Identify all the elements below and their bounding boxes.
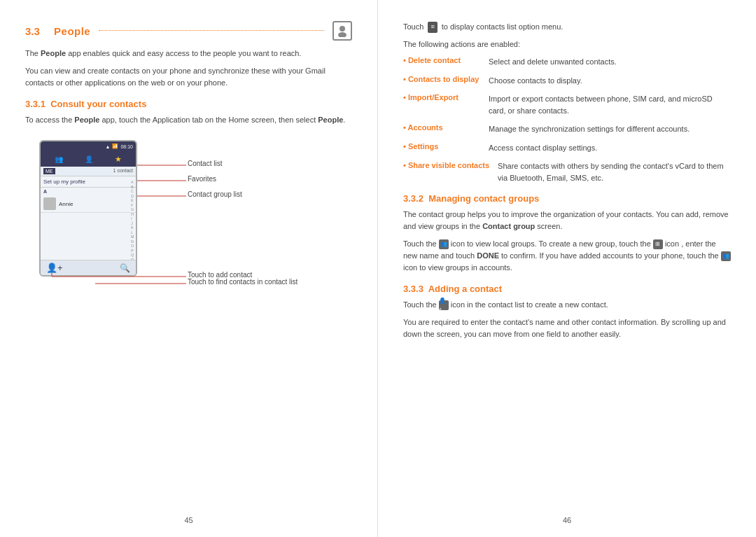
option-share-contacts: Share visible contacts Share contacts wi…: [403, 160, 731, 183]
option-key-share: Share visible contacts: [403, 160, 489, 171]
set-profile: Set up my profile: [41, 176, 136, 188]
callout-touch-find: Touch to find contacts in contact list: [188, 278, 298, 286]
adding-text-1: Touch the 👤+ icon in the contact list to…: [403, 299, 731, 311]
callout-group-list: Contact group list: [188, 190, 242, 198]
view-accounts-icon: 👥: [721, 251, 731, 261]
phone-screen: ▲ 📶 08:10 👥 👤 ★ ME 1 contact Set up my p…: [39, 140, 137, 277]
annie-avatar: [43, 197, 56, 210]
adding-text-2: You are required to enter the contact's …: [403, 316, 731, 340]
option-key-import: Import/Export: [403, 93, 480, 102]
contact-count: 1 contact: [113, 168, 133, 174]
callout-favorites: Favorites: [188, 175, 216, 183]
callout-contact-list: Contact list: [188, 160, 222, 167]
hamburger-icon: ≡: [428, 22, 437, 33]
managing-text-2: Touch the 👥 icon to view local groups. T…: [403, 238, 731, 274]
option-val-accounts: Manage the synchronization settings for …: [489, 123, 690, 135]
option-settings: Settings Access contact display settings…: [403, 142, 731, 154]
option-key-contacts-display: Contacts to display: [403, 75, 480, 83]
consult-paragraph: To access the People app, touch the Appl…: [25, 114, 352, 126]
tab-person-icon: 👤: [85, 155, 93, 163]
subsection-332-title: 3.3.2 Managing contact groups: [403, 193, 731, 204]
right-page: Touch ≡ to display contacts list option …: [378, 0, 756, 537]
phone-tabs: 👥 👤 ★: [41, 151, 136, 167]
intro-paragraph-1: The People app enables quick and easy ac…: [25, 48, 352, 60]
add-contact-icon: 👤+: [46, 263, 63, 273]
create-group-icon: ⊞: [653, 239, 663, 249]
tab-star-icon: ★: [115, 155, 122, 164]
phone-section-a: A: [41, 188, 136, 195]
options-table: Delete contact Select and delete unwante…: [403, 56, 731, 183]
intro-paragraph-2: You can view and create contacts on your…: [25, 65, 352, 89]
left-page: 3.3 People The People app enables quick …: [0, 0, 378, 537]
following-actions: The following actions are enabled:: [403, 39, 731, 50]
option-import-export: Import/Export Import or export contacts …: [403, 93, 731, 116]
annie-name: Annie: [59, 201, 73, 207]
touch-menu-line: Touch ≡ to display contacts list option …: [403, 21, 731, 33]
touch-word: Touch: [403, 22, 424, 31]
contact-group-bold: Contact group: [482, 222, 535, 230]
option-val-contacts-display: Choose contacts to display.: [489, 75, 582, 87]
person-icon: [332, 21, 352, 41]
page-number-right: 46: [563, 516, 571, 524]
option-val-share: Share contacts with others by sending th…: [498, 160, 731, 183]
phone-contact-annie: Annie: [41, 195, 136, 213]
svg-point-1: [338, 32, 346, 37]
option-accounts: Accounts Manage the synchronization sett…: [403, 123, 731, 135]
subsection-333-title: 3.3.3 Adding a contact: [403, 284, 731, 294]
view-local-groups-icon: 👥: [439, 239, 449, 249]
section-number: 3.3: [25, 25, 40, 37]
phone-screen-container: ▲ 📶 08:10 👥 👤 ★ ME 1 contact Set up my p…: [39, 140, 137, 277]
section-title-33: 3.3 People: [25, 21, 352, 41]
option-delete-contact: Delete contact Select and delete unwante…: [403, 56, 731, 68]
option-val-delete: Select and delete unwanted contacts.: [489, 56, 617, 68]
option-key-accounts: Accounts: [403, 123, 480, 132]
option-contacts-display: Contacts to display Choose contacts to d…: [403, 75, 731, 87]
add-contact-icon-inline: 👤+: [439, 300, 449, 310]
svg-point-0: [340, 26, 345, 32]
section-name: People: [54, 25, 90, 37]
tab-contacts-icon: 👥: [55, 155, 63, 163]
phone-diagram-wrapper: ▲ 📶 08:10 👥 👤 ★ ME 1 contact Set up my p…: [32, 133, 354, 301]
me-label: ME: [43, 168, 55, 174]
dots-decoration: [99, 30, 324, 31]
subsection-331-title: 3.3.1 Consult your contacts: [25, 99, 352, 109]
people-bold-1: People: [41, 49, 66, 57]
search-icon: 🔍: [120, 263, 130, 273]
phone-me-row: ME 1 contact: [41, 167, 136, 176]
phone-status-bar: ▲ 📶 08:10: [41, 141, 136, 151]
touch-menu-desc: to display contacts list option menu.: [442, 22, 564, 31]
managing-text-1: The contact group helps you to improve t…: [403, 209, 731, 232]
option-key-settings: Settings: [403, 142, 480, 151]
option-key-delete: Delete contact: [403, 56, 480, 64]
phone-bottom-bar: 👤+ 🔍: [41, 260, 136, 275]
page-number-left: 45: [184, 516, 192, 524]
option-val-import: Import or export contacts between phone,…: [489, 93, 731, 116]
option-val-settings: Access contact display settings.: [489, 142, 597, 154]
